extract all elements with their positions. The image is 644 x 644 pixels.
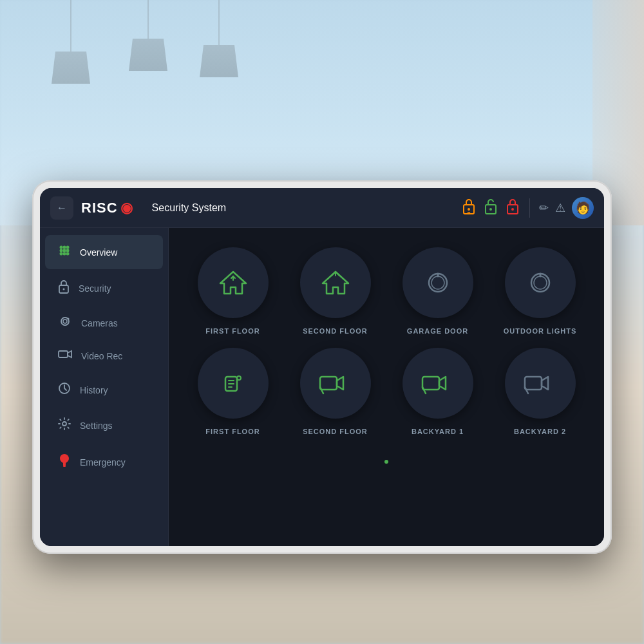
svg-point-14 — [66, 252, 70, 256]
svg-point-12 — [60, 252, 63, 256]
logo-circle: ◉ — [120, 200, 133, 216]
device-label-backyard1: BACKYARD 1 — [412, 428, 464, 435]
svg-rect-23 — [63, 466, 66, 467]
svg-point-22 — [62, 422, 66, 426]
device-label-first-floor-cam: FIRST FLOOR — [205, 428, 260, 435]
clock-icon — [58, 382, 71, 398]
device-circle-backyard2 — [505, 348, 576, 419]
sidebar-item-emergency[interactable]: Emergency — [45, 444, 163, 480]
svg-point-13 — [63, 252, 66, 256]
lock-icon-arm-stay[interactable] — [461, 197, 477, 219]
device-grid-row2: FIRST FLOOR SECOND FLOOR — [188, 348, 585, 435]
videocam-icon — [58, 349, 72, 363]
svg-point-9 — [60, 249, 63, 252]
sidebar-label-settings: Settings — [80, 421, 113, 431]
svg-point-8 — [66, 246, 70, 249]
device-second-floor[interactable]: SECOND FLOOR — [290, 247, 380, 335]
tablet-screen: ← RISC ◉ Security System — [40, 188, 604, 546]
sidebar-label-overview: Overview — [80, 247, 117, 258]
device-circle-second-floor — [300, 247, 371, 318]
device-label-second-floor-cam: SECOND FLOOR — [303, 428, 368, 435]
device-circle-first-floor-cam — [198, 348, 269, 419]
svg-point-6 — [60, 246, 63, 249]
device-backyard2[interactable]: BACKYARD 2 — [495, 348, 585, 435]
dot-indicator — [188, 455, 585, 466]
svg-point-18 — [63, 319, 67, 323]
device-second-floor-cam[interactable]: SECOND FLOOR — [290, 348, 380, 435]
edit-icon[interactable]: ✏ — [539, 201, 549, 215]
content-area: FIRST FLOOR SECOND FLOOR — [169, 228, 604, 546]
divider — [529, 198, 530, 218]
top-bar: ← RISC ◉ Security System — [40, 188, 604, 228]
svg-point-11 — [66, 249, 70, 252]
device-label-first-floor: FIRST FLOOR — [205, 327, 260, 335]
sidebar-item-history[interactable]: History — [45, 373, 163, 407]
svg-point-1 — [468, 208, 470, 211]
svg-rect-38 — [422, 377, 439, 390]
logo-text: RISC — [81, 200, 118, 216]
device-label-second-floor: SECOND FLOOR — [303, 327, 368, 335]
device-label-outdoor-lights: OUTDOOR LIGHTS — [504, 327, 577, 335]
device-circle-first-floor — [198, 247, 269, 318]
lock-icon-armed[interactable] — [505, 197, 520, 219]
warning-icon[interactable]: ⚠ — [555, 201, 565, 215]
sidebar-label-security: Security — [79, 283, 111, 294]
svg-point-7 — [63, 246, 66, 249]
sidebar-item-cameras[interactable]: Cameras — [45, 307, 163, 339]
pagination-dot — [384, 460, 388, 464]
sidebar-item-videorec[interactable]: Video Rec — [45, 340, 163, 372]
device-label-backyard2: BACKYARD 2 — [514, 428, 566, 435]
svg-point-35 — [237, 376, 241, 380]
device-first-floor-cam[interactable]: FIRST FLOOR — [188, 348, 278, 435]
svg-rect-40 — [525, 377, 542, 390]
sidebar-item-overview[interactable]: Overview — [45, 235, 163, 269]
svg-rect-20 — [59, 351, 68, 357]
page-title: Security System — [152, 202, 227, 214]
svg-point-29 — [534, 276, 547, 289]
gear-icon — [58, 417, 71, 433]
top-icons: ✏ ⚠ 🧑 — [461, 197, 594, 219]
sidebar: Overview Security — [40, 228, 169, 546]
device-circle-garage-door — [402, 247, 473, 318]
svg-point-5 — [511, 208, 514, 211]
emergency-icon — [58, 453, 71, 471]
lock-icon — [58, 279, 70, 297]
device-label-garage-door: GARAGE DOOR — [407, 327, 468, 335]
device-circle-second-floor-cam — [300, 348, 371, 419]
device-circle-backyard1 — [402, 348, 473, 419]
svg-rect-36 — [320, 377, 337, 390]
back-button[interactable]: ← — [50, 196, 73, 220]
sidebar-label-emergency: Emergency — [80, 457, 126, 468]
svg-point-16 — [63, 289, 65, 290]
sidebar-item-settings[interactable]: Settings — [45, 408, 163, 442]
device-outdoor-lights[interactable]: OUTDOOR LIGHTS — [495, 247, 585, 335]
device-grid-row1: FIRST FLOOR SECOND FLOOR — [188, 247, 585, 335]
sidebar-item-security[interactable]: Security — [45, 270, 163, 306]
svg-point-19 — [68, 318, 70, 320]
camera-icon — [58, 316, 72, 330]
device-circle-outdoor-lights — [505, 247, 576, 318]
device-garage-door[interactable]: GARAGE DOOR — [393, 247, 482, 335]
sidebar-label-history: History — [80, 385, 108, 395]
main-content: Overview Security — [40, 228, 604, 546]
lock-icon-disarmed[interactable] — [483, 197, 498, 219]
device-first-floor[interactable]: FIRST FLOOR — [188, 247, 278, 335]
sidebar-label-videorec: Video Rec — [81, 351, 122, 361]
svg-point-3 — [489, 208, 492, 211]
svg-point-10 — [63, 249, 66, 252]
device-backyard1[interactable]: BACKYARD 1 — [393, 348, 482, 435]
grid-icon — [58, 244, 71, 260]
logo: RISC ◉ — [81, 200, 133, 216]
tablet-device: ← RISC ◉ Security System — [32, 180, 612, 554]
avatar[interactable]: 🧑 — [572, 197, 594, 219]
sidebar-label-cameras: Cameras — [81, 318, 118, 328]
svg-point-26 — [431, 276, 444, 289]
